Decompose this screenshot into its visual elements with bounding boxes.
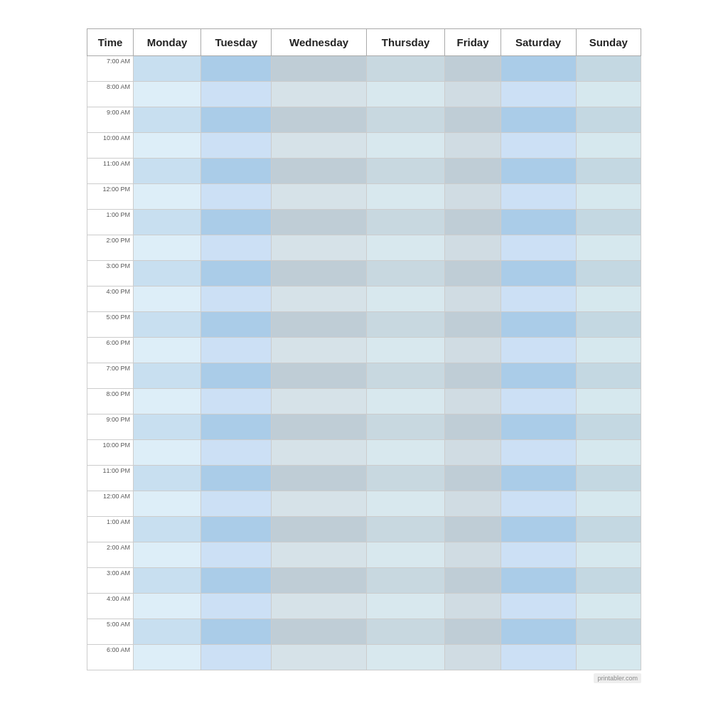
cell-tue[interactable]	[201, 363, 272, 389]
cell-wed[interactable]	[272, 133, 366, 159]
cell-thu[interactable]	[366, 440, 445, 466]
cell-tue[interactable]	[201, 159, 272, 184]
cell-mon[interactable]	[134, 619, 201, 645]
cell-thu[interactable]	[366, 287, 445, 312]
cell-mon[interactable]	[134, 594, 201, 619]
cell-wed[interactable]	[272, 235, 366, 261]
cell-sat[interactable]	[500, 184, 576, 210]
cell-sun[interactable]	[576, 389, 641, 414]
cell-thu[interactable]	[366, 184, 445, 210]
cell-wed[interactable]	[272, 594, 366, 619]
cell-tue[interactable]	[201, 235, 272, 261]
cell-sun[interactable]	[576, 235, 641, 261]
cell-tue[interactable]	[201, 389, 272, 414]
cell-thu[interactable]	[366, 56, 445, 82]
cell-wed[interactable]	[272, 82, 366, 107]
cell-tue[interactable]	[201, 287, 272, 312]
cell-fri[interactable]	[445, 466, 500, 491]
cell-tue[interactable]	[201, 517, 272, 542]
cell-thu[interactable]	[366, 594, 445, 619]
cell-thu[interactable]	[366, 338, 445, 363]
cell-tue[interactable]	[201, 491, 272, 517]
cell-mon[interactable]	[134, 261, 201, 287]
cell-sun[interactable]	[576, 82, 641, 107]
cell-wed[interactable]	[272, 491, 366, 517]
cell-sun[interactable]	[576, 619, 641, 645]
cell-thu[interactable]	[366, 389, 445, 414]
cell-thu[interactable]	[366, 312, 445, 338]
cell-sun[interactable]	[576, 184, 641, 210]
cell-sun[interactable]	[576, 517, 641, 542]
cell-wed[interactable]	[272, 210, 366, 235]
cell-wed[interactable]	[272, 645, 366, 670]
cell-sat[interactable]	[500, 594, 576, 619]
cell-thu[interactable]	[366, 363, 445, 389]
cell-sat[interactable]	[500, 210, 576, 235]
cell-sat[interactable]	[500, 56, 576, 82]
cell-mon[interactable]	[134, 568, 201, 594]
cell-sun[interactable]	[576, 363, 641, 389]
cell-mon[interactable]	[134, 414, 201, 440]
cell-fri[interactable]	[445, 517, 500, 542]
cell-wed[interactable]	[272, 568, 366, 594]
cell-mon[interactable]	[134, 338, 201, 363]
cell-sun[interactable]	[576, 338, 641, 363]
cell-sat[interactable]	[500, 517, 576, 542]
cell-sun[interactable]	[576, 594, 641, 619]
cell-fri[interactable]	[445, 594, 500, 619]
cell-thu[interactable]	[366, 517, 445, 542]
cell-tue[interactable]	[201, 542, 272, 568]
cell-thu[interactable]	[366, 82, 445, 107]
cell-fri[interactable]	[445, 56, 500, 82]
cell-sat[interactable]	[500, 338, 576, 363]
cell-tue[interactable]	[201, 82, 272, 107]
cell-sat[interactable]	[500, 389, 576, 414]
cell-fri[interactable]	[445, 133, 500, 159]
cell-sat[interactable]	[500, 645, 576, 670]
cell-fri[interactable]	[445, 414, 500, 440]
cell-thu[interactable]	[366, 261, 445, 287]
cell-tue[interactable]	[201, 645, 272, 670]
cell-fri[interactable]	[445, 210, 500, 235]
cell-sun[interactable]	[576, 56, 641, 82]
cell-fri[interactable]	[445, 568, 500, 594]
cell-sat[interactable]	[500, 363, 576, 389]
cell-tue[interactable]	[201, 568, 272, 594]
cell-mon[interactable]	[134, 440, 201, 466]
cell-tue[interactable]	[201, 594, 272, 619]
cell-mon[interactable]	[134, 56, 201, 82]
cell-sun[interactable]	[576, 542, 641, 568]
cell-sat[interactable]	[500, 466, 576, 491]
cell-fri[interactable]	[445, 363, 500, 389]
cell-mon[interactable]	[134, 184, 201, 210]
cell-fri[interactable]	[445, 338, 500, 363]
cell-mon[interactable]	[134, 389, 201, 414]
cell-wed[interactable]	[272, 619, 366, 645]
cell-fri[interactable]	[445, 491, 500, 517]
cell-mon[interactable]	[134, 235, 201, 261]
cell-thu[interactable]	[366, 107, 445, 133]
cell-mon[interactable]	[134, 287, 201, 312]
cell-sun[interactable]	[576, 133, 641, 159]
cell-fri[interactable]	[445, 82, 500, 107]
cell-wed[interactable]	[272, 159, 366, 184]
cell-fri[interactable]	[445, 542, 500, 568]
cell-tue[interactable]	[201, 414, 272, 440]
cell-wed[interactable]	[272, 363, 366, 389]
cell-wed[interactable]	[272, 466, 366, 491]
cell-fri[interactable]	[445, 440, 500, 466]
cell-wed[interactable]	[272, 542, 366, 568]
cell-sun[interactable]	[576, 287, 641, 312]
cell-sat[interactable]	[500, 491, 576, 517]
cell-sat[interactable]	[500, 568, 576, 594]
cell-thu[interactable]	[366, 414, 445, 440]
cell-sat[interactable]	[500, 82, 576, 107]
cell-sat[interactable]	[500, 414, 576, 440]
cell-sun[interactable]	[576, 645, 641, 670]
cell-fri[interactable]	[445, 619, 500, 645]
cell-mon[interactable]	[134, 133, 201, 159]
cell-mon[interactable]	[134, 107, 201, 133]
cell-thu[interactable]	[366, 133, 445, 159]
cell-wed[interactable]	[272, 389, 366, 414]
cell-sun[interactable]	[576, 312, 641, 338]
